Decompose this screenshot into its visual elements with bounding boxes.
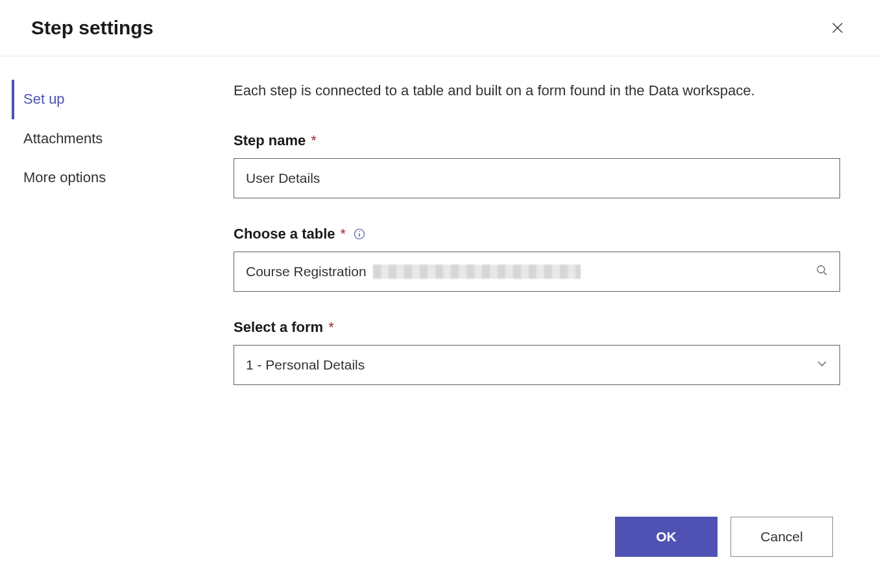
step-name-input[interactable] xyxy=(234,158,840,198)
step-name-label: Step name * xyxy=(234,132,850,149)
panel-description: Each step is connected to a table and bu… xyxy=(234,80,830,101)
select-form-value: 1 - Personal Details xyxy=(246,357,365,373)
choose-table-label: Choose a table * xyxy=(234,226,850,242)
sidebar-item-setup[interactable]: Set up xyxy=(12,80,234,119)
ok-button[interactable]: OK xyxy=(615,517,718,557)
sidebar-nav: Set up Attachments More options xyxy=(0,80,234,412)
select-form-label-text: Select a form xyxy=(234,319,323,336)
select-form-dropdown[interactable]: 1 - Personal Details xyxy=(234,345,840,385)
redacted-text xyxy=(373,265,581,279)
choose-table-value: Course Registration xyxy=(246,264,367,279)
cancel-button[interactable]: Cancel xyxy=(730,517,833,557)
dialog-body: Set up Attachments More options Each ste… xyxy=(0,56,881,412)
choose-table-label-text: Choose a table xyxy=(234,226,335,242)
field-group-step-name: Step name * xyxy=(234,132,850,198)
main-panel: Each step is connected to a table and bu… xyxy=(234,80,881,412)
required-asterisk: * xyxy=(340,226,346,242)
sidebar-item-more-options[interactable]: More options xyxy=(12,158,234,198)
select-form-label: Select a form * xyxy=(234,319,850,336)
required-asterisk: * xyxy=(311,132,317,149)
step-name-label-text: Step name xyxy=(234,132,306,149)
dialog-footer: OK Cancel xyxy=(615,517,833,557)
field-group-choose-table: Choose a table * Course Registration xyxy=(234,226,850,292)
dialog-header: Step settings xyxy=(0,0,881,56)
close-button[interactable] xyxy=(825,16,850,40)
dialog-title: Step settings xyxy=(31,17,153,39)
close-icon xyxy=(830,21,845,35)
choose-table-lookup[interactable]: Course Registration xyxy=(234,252,840,292)
field-group-select-form: Select a form * 1 - Personal Details xyxy=(234,319,850,385)
svg-point-4 xyxy=(359,231,360,232)
required-asterisk: * xyxy=(328,319,334,336)
info-icon[interactable] xyxy=(354,228,365,240)
sidebar-item-attachments[interactable]: Attachments xyxy=(12,119,234,159)
